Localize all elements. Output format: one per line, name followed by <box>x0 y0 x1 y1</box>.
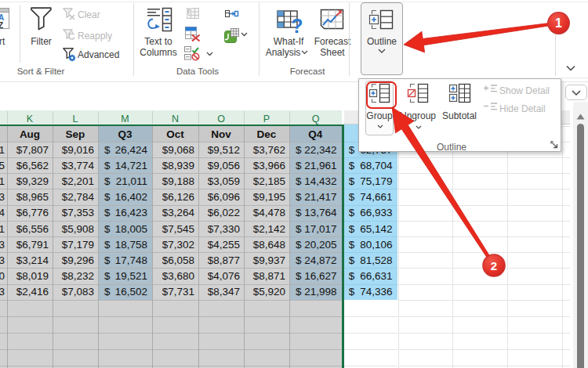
svg-text:1: 1 <box>555 16 562 30</box>
svg-text:2: 2 <box>491 259 497 272</box>
